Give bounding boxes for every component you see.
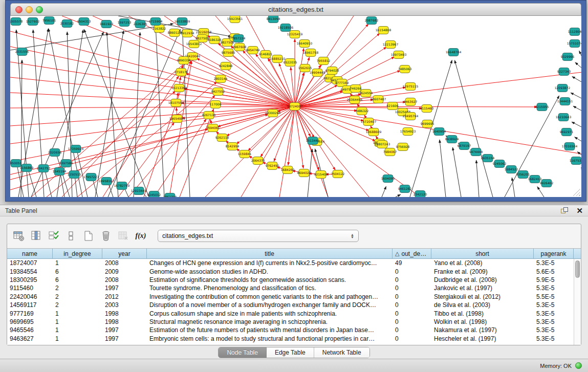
graph-edge[interactable] (573, 106, 581, 111)
cell-short[interactable]: Hescheler et al. (1997) (431, 335, 534, 342)
tab-network-table[interactable]: Network Table (314, 347, 369, 358)
graph-edge[interactable] (60, 172, 64, 197)
graph-node[interactable]: 3624554 (359, 90, 373, 97)
graph-node[interactable]: 7984067 (383, 148, 397, 156)
cell-year[interactable]: 1997 (102, 335, 147, 342)
table-row[interactable]: 1938455462009Genome-wide association stu… (7, 267, 574, 275)
cell-out_degree[interactable]: 49 (393, 259, 431, 267)
cell-title[interactable]: Disruption of a novel member of a sodium… (147, 301, 393, 309)
graph-node[interactable]: 12213967 (383, 41, 399, 49)
new-table-icon[interactable] (82, 229, 95, 243)
column-header-out_degree[interactable]: △out_de… (393, 249, 431, 258)
graph-edge[interactable] (169, 61, 192, 197)
cell-in_degree[interactable]: 1 (53, 259, 102, 267)
graph-node[interactable]: 17359924 (68, 145, 84, 153)
graph-edge[interactable] (575, 137, 581, 142)
graph-node[interactable]: 8813054 (267, 16, 280, 23)
graph-node[interactable]: 2718176 (175, 69, 188, 76)
row-height-icon[interactable] (64, 229, 78, 243)
cell-title[interactable]: Tourette syndrome. Phenomenology and cla… (147, 285, 393, 292)
graph-node[interactable]: 2803144 (214, 75, 228, 83)
graph-node[interactable]: 1167533 (570, 157, 581, 165)
graph-edge[interactable] (10, 106, 295, 108)
delete-table-icon[interactable] (99, 229, 113, 243)
graph-node[interactable]: 1640954 (432, 128, 446, 136)
graph-node[interactable]: 117006 (210, 101, 222, 108)
function-builder-icon[interactable]: f(x) (134, 229, 147, 243)
graph-node[interactable]: 621606 (387, 102, 399, 110)
graph-edge[interactable] (156, 30, 164, 197)
graph-node[interactable]: 12444151 (557, 98, 573, 105)
graph-node[interactable]: 17957223 (83, 173, 99, 181)
tab-edge-table[interactable]: Edge Table (267, 347, 314, 358)
cell-short[interactable]: Dudbridge et al. (2008) (431, 276, 534, 283)
cell-short[interactable]: Wolkin et al. (1998) (431, 318, 534, 325)
table-panel-titlebar[interactable]: Table Panel ✕ (0, 205, 588, 216)
cell-pagerank[interactable]: 5.3E-5 (534, 335, 574, 342)
graph-node[interactable]: 2020656 (48, 149, 62, 157)
cell-pagerank[interactable]: 5.3E-5 (534, 259, 574, 267)
cell-out_degree[interactable]: 0 (393, 335, 431, 342)
table-row[interactable]: 1872400712008Changes of HCN gene express… (7, 259, 574, 267)
graph-node[interactable]: 7504122 (331, 170, 345, 178)
graph-node[interactable]: 1604095 (381, 175, 395, 183)
cell-name[interactable]: 9463627 (7, 335, 53, 342)
graph-node[interactable]: 8186328 (208, 36, 222, 44)
column-header-title[interactable]: title (147, 249, 393, 258)
graph-node[interactable]: 1545194 (53, 168, 67, 176)
close-icon[interactable]: ✕ (576, 207, 583, 214)
import-table-icon[interactable] (12, 229, 26, 243)
graph-edge[interactable] (62, 60, 189, 197)
cell-out_degree[interactable]: 0 (393, 268, 431, 275)
table-row[interactable]: 1830029562008Estimation of significance … (7, 276, 574, 284)
graph-node[interactable]: 16154808 (376, 27, 391, 34)
graph-node[interactable]: 15923561 (227, 16, 243, 23)
graph-edge[interactable] (476, 160, 479, 197)
select-rows-icon[interactable] (47, 229, 60, 243)
cell-in_degree[interactable]: 1 (53, 326, 102, 334)
cell-year[interactable]: 2009 (102, 268, 147, 275)
graph-edge[interactable] (180, 108, 214, 197)
cell-short[interactable]: Yano et al. (2008) (431, 259, 534, 267)
cell-short[interactable]: Stergiakouli et al. (2012) (431, 293, 534, 300)
graph-node[interactable]: 2342120 (413, 191, 427, 198)
graph-edge[interactable] (572, 76, 581, 82)
tab-node-table[interactable]: Node Table (219, 347, 267, 358)
graph-edge[interactable] (10, 47, 295, 106)
graph-node[interactable]: 9242848 (219, 62, 233, 70)
column-header-in_degree[interactable]: in_degree (53, 249, 102, 258)
network-window[interactable]: citations_edges.txt 18724007716382288601… (5, 0, 586, 202)
graph-node[interactable]: 8454749 (246, 47, 260, 54)
graph-node[interactable]: 2342757 (37, 165, 51, 172)
graph-edge[interactable] (95, 31, 123, 197)
graph-edge[interactable] (279, 106, 295, 197)
graph-node[interactable]: 1661927 (100, 20, 114, 28)
cell-title[interactable]: Investigating the contribution of common… (147, 293, 393, 300)
graph-node[interactable]: 2967608 (233, 43, 247, 51)
cell-title[interactable]: Estimation of the future numbers of pati… (147, 326, 393, 334)
graph-node[interactable]: 9115460 (420, 105, 434, 113)
cell-out_degree[interactable]: 0 (393, 293, 431, 300)
graph-edge[interactable] (10, 77, 295, 106)
cell-title[interactable]: Changes of HCN gene expression and I(f) … (147, 259, 393, 267)
graph-node[interactable]: 1159841 (238, 150, 252, 158)
cell-in_degree[interactable]: 1 (53, 318, 102, 325)
graph-edge[interactable] (571, 93, 581, 99)
cell-name[interactable]: 9465546 (7, 326, 53, 334)
cell-out_degree[interactable]: 0 (393, 285, 431, 292)
graph-edge[interactable] (295, 106, 328, 197)
cell-out_degree[interactable]: 0 (393, 326, 431, 334)
cell-short[interactable]: Franke et al. (2009) (431, 268, 534, 275)
cell-pagerank[interactable]: 5.9E-5 (534, 276, 574, 283)
graph-node[interactable]: 9463627 (404, 98, 418, 106)
graph-edge[interactable] (382, 186, 386, 197)
graph-node[interactable]: 1513445 (306, 137, 320, 145)
graph-node[interactable]: 9227343 (557, 68, 571, 76)
graph-node[interactable]: 8215955 (535, 103, 549, 111)
graph-edge[interactable] (45, 169, 52, 197)
graph-node[interactable]: 7594061 (206, 124, 220, 132)
graph-node[interactable]: 2226305 (134, 20, 147, 28)
graph-node[interactable]: 17016504 (562, 143, 578, 150)
graph-node[interactable]: 7955812 (317, 57, 331, 65)
cell-name[interactable]: 9777169 (7, 310, 53, 317)
